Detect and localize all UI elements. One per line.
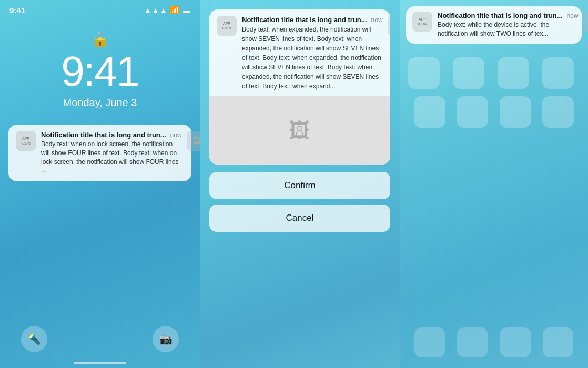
lock-screen-notification[interactable]: APP ICON Notification title that is long… xyxy=(8,125,191,181)
notif-title-left: Notification title that is long and trun… xyxy=(41,131,166,139)
app-icon-middle: APP ICON xyxy=(217,16,237,36)
home-app-1[interactable] xyxy=(408,57,440,89)
notif-header-right: Notification title that is long and trun… xyxy=(438,12,579,19)
lock-time: 9:41 xyxy=(0,50,200,93)
lock-icon: 🔒 xyxy=(0,30,200,48)
home-app-2[interactable] xyxy=(453,57,484,89)
app-label-line2: ICON xyxy=(21,141,31,146)
home-screen-banner[interactable]: APP ICON Notification title that is long… xyxy=(406,6,582,44)
flashlight-button[interactable]: 🔦 xyxy=(21,326,47,352)
dock-app-3[interactable] xyxy=(500,327,531,357)
notif-time-left: now xyxy=(170,131,182,139)
notif-header-left: Notification title that is long and trun… xyxy=(41,131,182,139)
bottom-icons-left: 🔦 📷 xyxy=(0,326,200,352)
notif-time-right: now xyxy=(567,12,579,19)
home-apps-grid-top xyxy=(400,49,588,89)
signal-icon: ▲▲▲ xyxy=(144,6,167,15)
wifi-icon: 📶 xyxy=(170,5,180,15)
notif-thumb-middle: 🖼 xyxy=(388,16,390,36)
app-icon-left: APP ICON xyxy=(16,131,36,151)
status-bar-left: 9:41 ▲▲▲ 📶 ▬ xyxy=(0,0,200,15)
notif-title-middle: Notification title that is long and trun… xyxy=(242,16,367,24)
notif-body-left: Body text: when on lock screen, the noti… xyxy=(41,140,182,175)
middle-screen: APP ICON Notification title that is long… xyxy=(200,0,400,368)
lock-screen: 9:41 ▲▲▲ 📶 ▬ 🔒 9:41 Monday, June 3 APP I… xyxy=(0,0,200,368)
home-screen: APP ICON Notification title that is long… xyxy=(400,0,588,368)
home-indicator-left xyxy=(74,362,126,364)
notif-content-left: Notification title that is long and trun… xyxy=(41,131,182,175)
dock-app-2[interactable] xyxy=(457,327,488,357)
home-app-3[interactable] xyxy=(498,57,529,89)
camera-icon: 📷 xyxy=(159,333,173,345)
status-icons-left: ▲▲▲ 📶 ▬ xyxy=(144,5,190,15)
notif-title-right: Notification title that is long and trun… xyxy=(438,12,563,19)
home-dock xyxy=(408,327,580,357)
home-app-4[interactable] xyxy=(542,57,574,89)
home-app-7[interactable] xyxy=(500,96,531,128)
notif-time-middle: now xyxy=(371,16,383,24)
app-label-line2-right: ICON xyxy=(418,22,427,26)
cancel-button[interactable]: Cancel xyxy=(209,205,390,232)
notif-image-area: 🖼 xyxy=(209,96,390,165)
notif-content-right: Notification title that is long and trun… xyxy=(438,12,579,38)
notif-body-right: Body text: while the device is active, t… xyxy=(438,21,579,38)
app-icon-right: APP ICON xyxy=(412,12,432,32)
dock-app-1[interactable] xyxy=(414,327,445,357)
camera-button[interactable]: 📷 xyxy=(153,326,179,352)
home-apps-row-2 xyxy=(400,96,588,128)
app-label-line2-mid: ICON xyxy=(222,26,231,30)
notif-thumb-right: 🖼 xyxy=(584,12,588,32)
battery-icon: ▬ xyxy=(183,6,190,15)
notif-header-middle: Notification title that is long and trun… xyxy=(242,16,383,24)
notif-body-middle: Body text: when expanded, the notificati… xyxy=(242,25,383,91)
confirm-button[interactable]: Confirm xyxy=(209,172,390,199)
app-label-line1-mid: APP xyxy=(223,21,230,26)
image-placeholder-icon: 🖼 xyxy=(289,119,310,142)
home-app-8[interactable] xyxy=(542,96,574,128)
home-app-6[interactable] xyxy=(457,96,488,128)
app-label-line1: APP xyxy=(22,136,29,141)
flashlight-icon: 🔦 xyxy=(28,333,41,345)
lock-date: Monday, June 3 xyxy=(0,97,200,109)
home-app-5[interactable] xyxy=(414,96,445,128)
dock-app-4[interactable] xyxy=(543,327,573,357)
notif-content-middle: Notification title that is long and trun… xyxy=(242,16,383,91)
expanded-notification-card[interactable]: APP ICON Notification title that is long… xyxy=(209,9,390,165)
action-buttons: Confirm Cancel xyxy=(209,172,390,237)
status-time-left: 9:41 xyxy=(9,6,25,15)
notif-top-section-middle: APP ICON Notification title that is long… xyxy=(209,9,390,96)
app-label-line1-right: APP xyxy=(419,17,426,22)
